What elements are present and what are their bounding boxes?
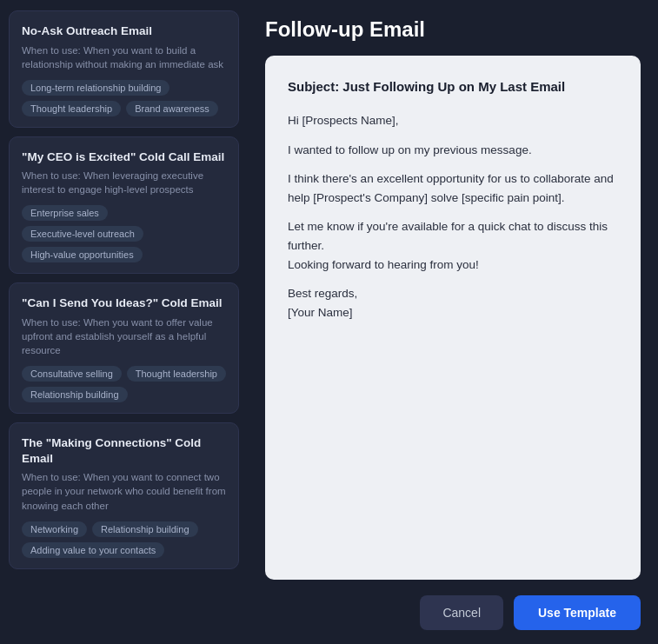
card-tag-1-0[interactable]: Enterprise sales [22,205,108,221]
card-tags-0: Long-term relationship buildingThought l… [22,80,226,116]
email-line-4-5: Let me know if you're available for a qu… [288,217,618,274]
panel-title: Follow-up Email [265,17,641,42]
card-tag-3-1[interactable]: Relationship building [92,521,198,537]
modal-footer: Cancel Use Template [265,592,641,630]
card-title-3: The "Making Connections" Cold Email [22,435,226,466]
card-desc-2: When to use: When you want to offer valu… [22,315,226,357]
card-tag-0-2[interactable]: Brand awareness [126,101,218,116]
card-desc-3: When to use: When you want to connect tw… [22,470,226,512]
card-title-1: "My CEO is Excited" Cold Call Email [22,149,226,165]
card-tag-0-0[interactable]: Long-term relationship building [22,80,169,96]
email-line-3: I think there's an excellent opportunity… [288,169,618,207]
template-card-2[interactable]: "Can I Send You Ideas?" Cold EmailWhen t… [9,282,239,414]
card-tag-1-2[interactable]: High-value opportunities [22,247,143,262]
card-desc-1: When to use: When leveraging executive i… [22,169,226,196]
use-template-button[interactable]: Use Template [514,595,641,630]
card-tag-3-0[interactable]: Networking [22,521,87,537]
card-tags-3: NetworkingRelationship buildingAdding va… [22,521,226,558]
card-tag-2-2[interactable]: Relationship building [22,387,128,402]
email-line-4: Let me know if you're available for a qu… [288,220,608,252]
email-line-5: Looking forward to hearing from you! [288,258,479,271]
card-title-0: No-Ask Outreach Email [22,23,226,39]
email-line-1: Hi [Prospects Name], [288,111,618,130]
card-tag-2-1[interactable]: Thought leadership [127,366,226,382]
template-sidebar: No-Ask Outreach EmailWhen to use: When y… [0,0,248,644]
card-desc-0: When to use: When you want to build a re… [22,43,226,71]
card-tag-0-1[interactable]: Thought leadership [22,101,121,116]
template-card-0[interactable]: No-Ask Outreach EmailWhen to use: When y… [9,10,239,128]
card-tag-1-1[interactable]: Executive-level outreach [22,226,143,242]
modal-container: No-Ask Outreach EmailWhen to use: When y… [0,0,658,644]
email-line-6-7: Best regards, [Your Name] [288,284,618,322]
card-tag-3-2[interactable]: Adding value to your contacts [22,542,164,558]
email-line-7: [Your Name] [288,306,353,319]
card-tags-2: Consultative sellingThought leadershipRe… [22,366,226,402]
email-preview: Subject: Just Following Up on My Last Em… [265,56,641,580]
email-subject: Subject: Just Following Up on My Last Em… [288,76,618,97]
cancel-button[interactable]: Cancel [420,595,503,630]
card-tag-2-0[interactable]: Consultative selling [22,366,122,382]
card-title-2: "Can I Send You Ideas?" Cold Email [22,295,226,311]
right-panel: Follow-up Email Subject: Just Following … [248,0,658,644]
email-line-6: Best regards, [288,287,357,300]
email-line-2: I wanted to follow up on my previous mes… [288,141,618,160]
email-body: Hi [Prospects Name], I wanted to follow … [288,111,618,322]
template-card-1[interactable]: "My CEO is Excited" Cold Call EmailWhen … [9,136,239,275]
card-tags-1: Enterprise salesExecutive-level outreach… [22,205,226,262]
template-card-3[interactable]: The "Making Connections" Cold EmailWhen … [9,422,239,568]
